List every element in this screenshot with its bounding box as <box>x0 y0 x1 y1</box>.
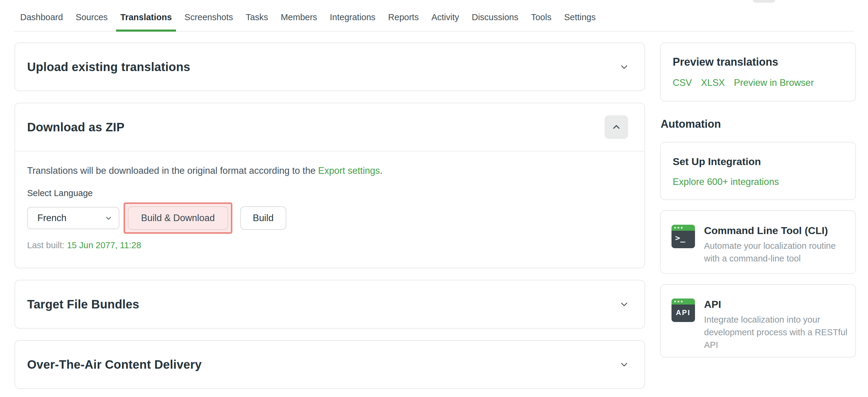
chevron-up-icon <box>612 123 621 132</box>
cli-tool-card[interactable]: >_ Command Line Tool (CLI) Automate your… <box>660 210 856 274</box>
build-and-download-button[interactable]: Build & Download <box>128 206 228 230</box>
terminal-icon-titlebar <box>672 225 695 231</box>
nav-tab-members[interactable]: Members <box>281 4 317 31</box>
api-icon-label: API <box>672 308 695 317</box>
cli-card-text: Command Line Tool (CLI) Automate your lo… <box>704 225 849 259</box>
panel-upload-existing-translations: Upload existing translations <box>14 42 645 91</box>
api-window-icon: API <box>672 298 695 322</box>
window-dot-icon <box>674 301 676 302</box>
panel-ota-content-delivery: Over-The-Air Content Delivery <box>14 340 645 389</box>
panel-upload-header[interactable]: Upload existing translations <box>15 43 644 91</box>
panel-target-file-bundles: Target File Bundles <box>14 280 645 329</box>
project-nav: Dashboard Sources Translations Screensho… <box>14 0 854 32</box>
cli-card-title: Command Line Tool (CLI) <box>704 225 849 236</box>
last-built-status: Last built: 15 Jun 2077, 11:28 <box>27 240 632 250</box>
language-select-value: French <box>37 213 66 224</box>
nav-tab-dashboard[interactable]: Dashboard <box>20 4 63 31</box>
build-button[interactable]: Build <box>240 206 286 230</box>
csv-link[interactable]: CSV <box>673 77 692 88</box>
xlsx-link[interactable]: XLSX <box>701 77 725 88</box>
explore-integrations-link[interactable]: Explore 600+ integrations <box>673 176 779 187</box>
preview-in-browser-link[interactable]: Preview in Browser <box>734 77 814 88</box>
nav-tab-translations[interactable]: Translations <box>120 4 172 31</box>
preview-translations-card: Preview translations CSV XLSX Preview in… <box>660 42 856 101</box>
download-description-text: Translations will be downloaded in the o… <box>27 165 318 176</box>
annotation-highlight-box: Build & Download <box>124 202 232 234</box>
chevron-down-icon[interactable] <box>620 62 629 71</box>
download-controls-row: French Build & Download Build <box>27 202 632 234</box>
nav-tab-screenshots[interactable]: Screenshots <box>184 4 233 31</box>
panel-upload-title: Upload existing translations <box>27 60 190 74</box>
chevron-down-icon[interactable] <box>620 360 629 369</box>
main-column: Upload existing translations Download as… <box>14 42 645 397</box>
nav-tab-discussions[interactable]: Discussions <box>472 4 518 31</box>
nav-tab-integrations[interactable]: Integrations <box>330 4 375 31</box>
nav-tab-tasks[interactable]: Tasks <box>246 4 268 31</box>
terminal-icon: >_ <box>672 225 695 248</box>
automation-heading: Automation <box>661 118 856 130</box>
sidebar: Preview translations CSV XLSX Preview in… <box>660 42 856 397</box>
collapse-panel-button[interactable] <box>604 115 628 139</box>
chevron-down-icon <box>105 214 112 222</box>
last-built-label: Last built: <box>27 240 64 250</box>
chevron-down-icon[interactable] <box>620 300 629 309</box>
terminal-prompt-glyph: >_ <box>672 231 695 242</box>
panel-bundles-title: Target File Bundles <box>27 298 139 311</box>
cli-card-description: Automate your localization routine with … <box>704 239 849 265</box>
set-up-integration-title: Set Up Integration <box>673 156 843 167</box>
select-language-label: Select Language <box>27 188 632 198</box>
nav-tab-activity[interactable]: Activity <box>431 4 459 31</box>
language-select[interactable]: French <box>27 207 119 229</box>
nav-tab-reports[interactable]: Reports <box>388 4 419 31</box>
window-dot-icon <box>678 301 679 302</box>
download-description: Translations will be downloaded in the o… <box>27 165 632 176</box>
set-up-integration-card: Set Up Integration Explore 600+ integrat… <box>660 142 856 200</box>
panel-download-as-zip: Download as ZIP Translations will be dow… <box>14 103 645 268</box>
api-card-text: API Integrate localization into your dev… <box>704 298 849 343</box>
preview-links-row: CSV XLSX Preview in Browser <box>673 77 843 88</box>
window-dot-icon <box>681 227 683 229</box>
panel-ota-title: Over-The-Air Content Delivery <box>27 358 202 371</box>
api-card-description: Integrate localization into your develop… <box>704 313 849 351</box>
nav-tab-sources[interactable]: Sources <box>76 4 107 31</box>
api-card-title: API <box>704 298 849 310</box>
preview-translations-title: Preview translations <box>673 56 843 68</box>
panel-ota-header[interactable]: Over-The-Air Content Delivery <box>15 341 644 388</box>
last-built-value: 15 Jun 2077, 11:28 <box>67 240 141 250</box>
export-settings-link[interactable]: Export settings <box>318 165 380 176</box>
nav-tab-settings[interactable]: Settings <box>564 4 596 31</box>
panel-bundles-header[interactable]: Target File Bundles <box>15 280 644 328</box>
window-dot-icon <box>681 301 683 302</box>
panel-download-title: Download as ZIP <box>27 121 124 134</box>
api-card[interactable]: API API Integrate localization into your… <box>660 284 856 358</box>
api-icon-titlebar <box>672 298 695 304</box>
window-dot-icon <box>674 227 676 229</box>
panel-download-header[interactable]: Download as ZIP <box>15 103 644 151</box>
download-description-period: . <box>380 165 383 176</box>
panel-download-body: Translations will be downloaded in the o… <box>15 152 644 268</box>
nav-tab-tools[interactable]: Tools <box>531 4 552 31</box>
window-dot-icon <box>678 227 679 229</box>
